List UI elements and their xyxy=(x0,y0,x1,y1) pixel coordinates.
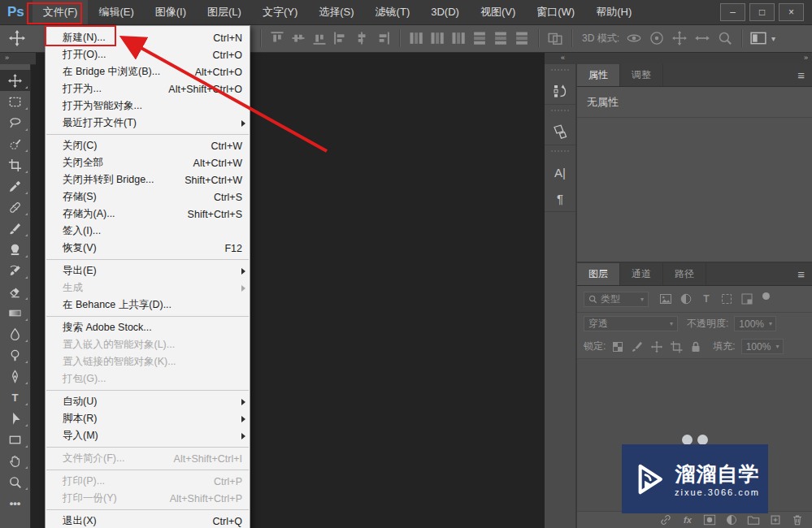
chevron-down-icon[interactable]: ▾ xyxy=(771,34,775,43)
file-menu-item[interactable]: 在 Bridge 中浏览(B)...Alt+Ctrl+O xyxy=(46,63,250,80)
layers-tab[interactable]: 路径 xyxy=(663,263,706,285)
history-panel-icon[interactable] xyxy=(552,83,568,99)
history-brush-tool[interactable] xyxy=(0,260,30,281)
file-menu-item[interactable]: 导出(E) xyxy=(46,262,250,279)
file-menu-item[interactable]: 在 Behance 上共享(D)... xyxy=(46,296,250,314)
menubar-item[interactable]: 滤镜(T) xyxy=(365,0,421,24)
type-filter-icon[interactable]: T xyxy=(700,292,713,305)
minimize-button[interactable]: – xyxy=(720,3,745,21)
file-menu-item[interactable]: 打开为智能对象... xyxy=(46,97,250,115)
layer-group-icon[interactable] xyxy=(747,513,760,526)
eyedropper-tool[interactable] xyxy=(0,175,30,197)
lock-paint-icon[interactable] xyxy=(631,340,644,353)
layer-filter-select[interactable]: 类型 ▾ xyxy=(584,292,649,307)
auto-align-layers-button[interactable] xyxy=(547,30,563,46)
3d-slide-button[interactable] xyxy=(694,30,710,46)
file-menu-item[interactable]: 文件简介(F)...Alt+Shift+Ctrl+I xyxy=(46,450,250,467)
type-tool[interactable]: T xyxy=(0,387,30,408)
file-menu-item[interactable]: 退出(X)Ctrl+Q xyxy=(46,513,250,528)
dodge-tool[interactable] xyxy=(0,344,30,366)
new-layer-icon[interactable] xyxy=(769,513,782,526)
file-menu-item[interactable]: 签入(I)... xyxy=(46,223,250,240)
3d-pan-button[interactable] xyxy=(671,30,688,46)
clone-stamp-tool[interactable] xyxy=(0,239,30,260)
shape-tool[interactable] xyxy=(0,429,30,450)
smart-filter-icon[interactable] xyxy=(740,292,753,305)
menubar-item[interactable]: 编辑(E) xyxy=(88,0,144,24)
lock-transparency-icon[interactable] xyxy=(611,340,624,353)
file-menu-item[interactable]: 关闭(C)Ctrl+W xyxy=(46,137,250,154)
delete-layer-icon[interactable] xyxy=(791,513,804,526)
toolbar-collapse-button[interactable]: » xyxy=(0,52,36,65)
file-menu-item[interactable]: 置入链接的智能对象(K)... xyxy=(46,353,250,370)
menubar-item[interactable]: 帮助(H) xyxy=(585,0,642,24)
brush-tool[interactable] xyxy=(0,218,30,239)
layer-effects-icon[interactable]: fx xyxy=(681,513,694,526)
blend-mode-select[interactable]: 穿透 ▾ xyxy=(584,316,678,331)
align-bottom-edges-button[interactable] xyxy=(311,30,328,46)
file-menu-item[interactable]: 关闭并转到 Bridge...Shift+Ctrl+W xyxy=(46,171,250,188)
distribute-right-button[interactable] xyxy=(514,30,530,46)
file-menu-item[interactable]: 存储(S)Ctrl+S xyxy=(46,188,250,206)
file-menu-item[interactable]: 自动(U) xyxy=(46,393,250,410)
file-menu-item[interactable]: 恢复(V)F12 xyxy=(46,240,250,257)
properties-tab[interactable]: 调整 xyxy=(620,64,663,86)
panel-menu-icon[interactable]: ≡ xyxy=(797,64,805,86)
gradient-tool[interactable] xyxy=(0,302,30,323)
align-horizontal-centers-button[interactable] xyxy=(354,30,370,46)
paragraph-panel-icon[interactable]: ¶ xyxy=(552,190,568,206)
file-menu-item[interactable]: 打印一份(Y)Alt+Shift+Ctrl+P xyxy=(46,490,250,507)
menubar-item[interactable]: 图像(I) xyxy=(145,0,197,24)
pixel-filter-icon[interactable] xyxy=(659,292,672,305)
move-tool[interactable] xyxy=(0,70,30,91)
file-menu-item[interactable]: 生成 xyxy=(46,279,250,296)
file-menu-item[interactable]: 搜索 Adobe Stock... xyxy=(46,319,250,336)
align-left-edges-button[interactable] xyxy=(332,30,349,46)
layer-comps-icon[interactable] xyxy=(552,123,568,140)
file-menu-item[interactable]: 打开为...Alt+Shift+Ctrl+O xyxy=(46,80,250,97)
workspace-button[interactable] xyxy=(750,30,766,46)
expand-panels-button[interactable]: « xyxy=(561,52,564,63)
opacity-input[interactable]: 100% ▾ xyxy=(734,316,776,331)
menubar-item[interactable]: 文字(Y) xyxy=(252,0,308,24)
adjustment-layer-icon[interactable] xyxy=(725,513,738,526)
file-menu-item[interactable]: 最近打开文件(T) xyxy=(46,115,250,132)
quick-selection-tool[interactable] xyxy=(0,133,30,154)
menubar-item[interactable]: 3D(D) xyxy=(420,0,470,24)
3d-zoom-button[interactable] xyxy=(717,30,733,46)
collapse-panels-button[interactable]: » xyxy=(804,52,807,63)
distribute-hcenter-button[interactable] xyxy=(493,30,509,46)
fill-input[interactable]: 100% ▾ xyxy=(741,339,784,354)
blur-tool[interactable] xyxy=(0,323,30,344)
close-button[interactable]: × xyxy=(779,3,804,21)
lasso-tool[interactable] xyxy=(0,112,30,133)
filter-pin-icon[interactable] xyxy=(762,292,770,300)
maximize-button[interactable]: □ xyxy=(749,3,775,21)
adjustment-filter-icon[interactable] xyxy=(680,292,693,305)
eraser-tool[interactable] xyxy=(0,281,30,302)
layers-tab[interactable]: 图层 xyxy=(577,263,620,285)
file-menu-item[interactable]: 关闭全部Alt+Ctrl+W xyxy=(46,154,250,171)
crop-tool[interactable] xyxy=(0,154,30,175)
3d-roll-button[interactable] xyxy=(649,30,665,46)
distribute-left-button[interactable] xyxy=(471,30,488,46)
file-menu-item[interactable]: 导入(M) xyxy=(46,427,250,444)
distribute-vcenter-button[interactable] xyxy=(429,30,445,46)
file-menu-item[interactable]: 打印(P)...Ctrl+P xyxy=(46,473,250,490)
lock-artboard-icon[interactable] xyxy=(670,340,683,353)
file-menu-item[interactable]: 打开(O)...Ctrl+O xyxy=(46,46,250,63)
distribute-top-button[interactable] xyxy=(408,30,424,46)
align-vertical-centers-button[interactable] xyxy=(290,30,306,46)
menubar-item[interactable]: 图层(L) xyxy=(197,0,252,24)
layer-mask-icon[interactable] xyxy=(703,513,716,526)
path-selection-tool[interactable] xyxy=(0,408,30,429)
lock-position-icon[interactable] xyxy=(650,340,663,353)
character-panel-icon[interactable]: A| xyxy=(552,164,568,180)
file-menu-item[interactable]: 存储为(A)...Shift+Ctrl+S xyxy=(46,206,250,223)
shape-filter-icon[interactable] xyxy=(720,292,733,305)
edit-toolbar-icon[interactable]: ••• xyxy=(0,492,30,513)
align-right-edges-button[interactable] xyxy=(375,30,391,46)
zoom-tool[interactable] xyxy=(0,471,30,492)
file-menu-item[interactable]: 打包(G)... xyxy=(46,370,250,387)
align-top-edges-button[interactable] xyxy=(269,30,285,46)
